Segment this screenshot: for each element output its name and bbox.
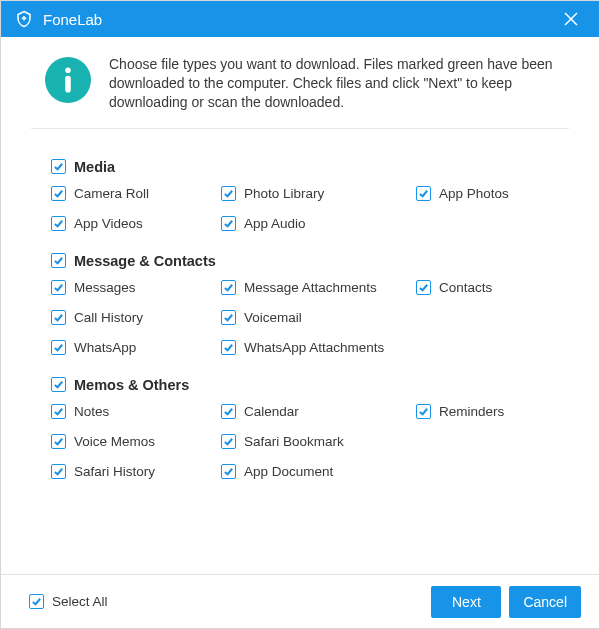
- footer: Select All Next Cancel: [1, 574, 599, 628]
- select-all-label: Select All: [52, 594, 108, 609]
- group-grid: NotesCalendarRemindersVoice MemosSafari …: [51, 401, 577, 483]
- item-label: Notes: [74, 404, 109, 419]
- item-label: WhatsApp: [74, 340, 136, 355]
- item-checkbox[interactable]: [221, 216, 236, 231]
- group-header[interactable]: Media: [51, 159, 577, 175]
- intro-row: Choose file types you want to download. …: [45, 55, 569, 128]
- item-label: App Videos: [74, 216, 143, 231]
- item-checkbox[interactable]: [416, 280, 431, 295]
- intro-text: Choose file types you want to download. …: [109, 55, 569, 112]
- item-checkbox[interactable]: [221, 280, 236, 295]
- file-type-item[interactable]: Reminders: [416, 401, 546, 423]
- select-all-checkbox[interactable]: [29, 594, 44, 609]
- file-type-item[interactable]: Photo Library: [221, 183, 416, 205]
- item-label: Safari Bookmark: [244, 434, 344, 449]
- item-label: App Document: [244, 464, 333, 479]
- item-checkbox[interactable]: [416, 186, 431, 201]
- group-checkbox[interactable]: [51, 377, 66, 392]
- item-label: Messages: [74, 280, 136, 295]
- item-checkbox[interactable]: [51, 280, 66, 295]
- app-logo-icon: [15, 10, 33, 28]
- next-button[interactable]: Next: [431, 586, 501, 618]
- group: MediaCamera RollPhoto LibraryApp PhotosA…: [51, 159, 577, 235]
- item-label: Voice Memos: [74, 434, 155, 449]
- titlebar: FoneLab: [1, 1, 599, 37]
- close-button[interactable]: [553, 1, 589, 37]
- item-checkbox[interactable]: [416, 404, 431, 419]
- file-type-item[interactable]: Messages: [51, 277, 221, 299]
- item-label: Message Attachments: [244, 280, 377, 295]
- group-title: Media: [74, 159, 115, 175]
- item-checkbox[interactable]: [221, 310, 236, 325]
- item-checkbox[interactable]: [51, 186, 66, 201]
- file-type-item[interactable]: Call History: [51, 307, 221, 329]
- group: Memos & OthersNotesCalendarRemindersVoic…: [51, 377, 577, 483]
- svg-point-4: [65, 67, 71, 73]
- file-type-item[interactable]: Voice Memos: [51, 431, 221, 453]
- file-type-item[interactable]: Notes: [51, 401, 221, 423]
- grid-spacer: [416, 431, 546, 453]
- select-all-row[interactable]: Select All: [29, 591, 423, 613]
- item-label: Reminders: [439, 404, 504, 419]
- file-type-item[interactable]: App Audio: [221, 213, 416, 235]
- group-header[interactable]: Memos & Others: [51, 377, 577, 393]
- app-window: FoneLab Choose file types you want to do…: [0, 0, 600, 629]
- grid-spacer: [416, 307, 546, 329]
- item-checkbox[interactable]: [221, 186, 236, 201]
- info-icon: [45, 57, 91, 103]
- item-label: Camera Roll: [74, 186, 149, 201]
- group-title: Memos & Others: [74, 377, 189, 393]
- group-checkbox[interactable]: [51, 159, 66, 174]
- item-label: Voicemail: [244, 310, 302, 325]
- file-type-item[interactable]: Voicemail: [221, 307, 416, 329]
- close-icon: [563, 11, 579, 27]
- file-type-item[interactable]: Calendar: [221, 401, 416, 423]
- cancel-button[interactable]: Cancel: [509, 586, 581, 618]
- item-label: WhatsApp Attachments: [244, 340, 384, 355]
- file-type-item[interactable]: Safari History: [51, 461, 221, 483]
- file-type-item[interactable]: WhatsApp: [51, 337, 221, 359]
- app-title: FoneLab: [43, 11, 553, 28]
- file-type-item[interactable]: App Photos: [416, 183, 546, 205]
- file-type-item[interactable]: App Document: [221, 461, 416, 483]
- file-type-item[interactable]: Contacts: [416, 277, 546, 299]
- file-type-item[interactable]: Message Attachments: [221, 277, 416, 299]
- group: Message & ContactsMessagesMessage Attach…: [51, 253, 577, 359]
- file-type-item[interactable]: App Videos: [51, 213, 221, 235]
- item-label: App Audio: [244, 216, 306, 231]
- group-grid: MessagesMessage AttachmentsContactsCall …: [51, 277, 577, 359]
- item-label: Photo Library: [244, 186, 324, 201]
- group-title: Message & Contacts: [74, 253, 216, 269]
- item-checkbox[interactable]: [51, 340, 66, 355]
- item-checkbox[interactable]: [221, 464, 236, 479]
- item-checkbox[interactable]: [51, 434, 66, 449]
- item-label: App Photos: [439, 186, 509, 201]
- group-grid: Camera RollPhoto LibraryApp PhotosApp Vi…: [51, 183, 577, 235]
- item-checkbox[interactable]: [51, 310, 66, 325]
- item-checkbox[interactable]: [51, 464, 66, 479]
- svg-rect-5: [65, 76, 71, 93]
- group-header[interactable]: Message & Contacts: [51, 253, 577, 269]
- item-label: Calendar: [244, 404, 299, 419]
- groups-container: MediaCamera RollPhoto LibraryApp PhotosA…: [23, 141, 577, 574]
- item-checkbox[interactable]: [51, 404, 66, 419]
- item-checkbox[interactable]: [221, 340, 236, 355]
- item-checkbox[interactable]: [221, 404, 236, 419]
- item-label: Safari History: [74, 464, 155, 479]
- item-label: Call History: [74, 310, 143, 325]
- file-type-item[interactable]: WhatsApp Attachments: [221, 337, 416, 359]
- item-label: Contacts: [439, 280, 492, 295]
- content-area: Choose file types you want to download. …: [1, 37, 599, 574]
- divider: [31, 128, 569, 129]
- item-checkbox[interactable]: [221, 434, 236, 449]
- file-type-item[interactable]: Safari Bookmark: [221, 431, 416, 453]
- group-checkbox[interactable]: [51, 253, 66, 268]
- file-type-item[interactable]: Camera Roll: [51, 183, 221, 205]
- item-checkbox[interactable]: [51, 216, 66, 231]
